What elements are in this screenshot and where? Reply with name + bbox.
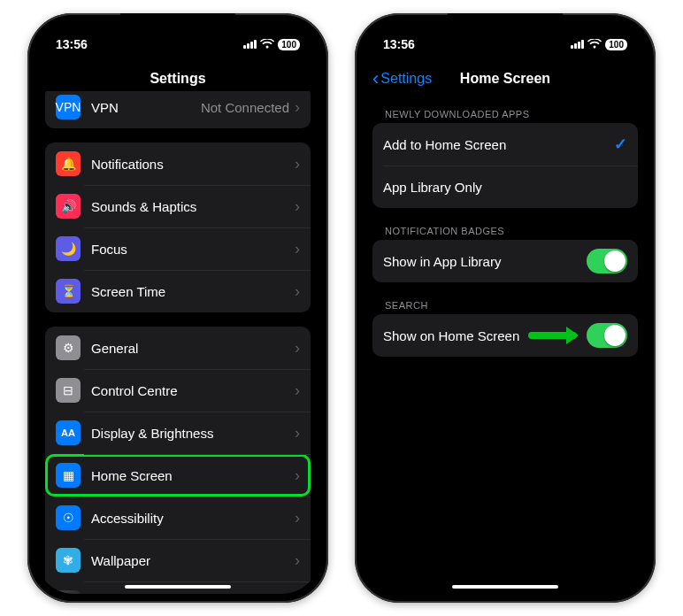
grid-icon: ▦ xyxy=(56,463,81,488)
chevron-left-icon: ‹ xyxy=(372,69,379,89)
row-vpn[interactable]: VPN VPN Not Connected › xyxy=(45,91,311,128)
textsize-icon: AA xyxy=(56,420,81,445)
row-show-on-homescreen: Show on Home Screen xyxy=(372,314,638,357)
row-notifications[interactable]: 🔔 Notifications › xyxy=(45,142,311,185)
chevron-right-icon: › xyxy=(295,98,300,117)
checkmark-icon: ✓ xyxy=(614,135,627,154)
section-header: Search xyxy=(372,296,638,314)
page-title: Home Screen xyxy=(460,71,550,87)
wifi-icon xyxy=(260,39,274,50)
wifi-icon xyxy=(587,39,602,50)
gear-icon: ⚙︎ xyxy=(56,335,81,360)
row-general[interactable]: ⚙︎ General › xyxy=(45,327,311,369)
row-accessibility-label: Accessibility xyxy=(91,511,295,526)
row-wallpaper-label: Wallpaper xyxy=(91,553,295,568)
row-vpn-detail: Not Connected xyxy=(201,100,289,115)
chevron-right-icon: › xyxy=(295,155,300,173)
cellular-icon xyxy=(243,40,257,49)
switches-icon: ⊟ xyxy=(56,378,81,403)
annotation-arrow-icon xyxy=(528,332,577,339)
row-control-label: Control Centre xyxy=(91,383,295,398)
chevron-right-icon: › xyxy=(295,551,300,570)
row-show-in-library: Show in App Library xyxy=(372,240,638,282)
cellular-icon xyxy=(571,40,584,49)
status-time: 13:56 xyxy=(56,37,88,51)
accessibility-icon: ☉ xyxy=(56,505,81,530)
row-notifications-label: Notifications xyxy=(91,157,295,172)
page-title: Settings xyxy=(150,71,205,87)
home-indicator[interactable] xyxy=(452,585,558,589)
option-app-library-label: App Library Only xyxy=(383,180,627,195)
chevron-right-icon: › xyxy=(295,509,300,527)
row-display[interactable]: AA Display & Brightness › xyxy=(45,412,311,454)
speaker-icon: 🔊 xyxy=(56,194,81,219)
chevron-right-icon: › xyxy=(295,424,300,443)
row-show-in-library-label: Show in App Library xyxy=(383,254,587,269)
chevron-right-icon: › xyxy=(295,381,300,400)
back-label: Settings xyxy=(380,71,432,87)
siri-icon: ◉ xyxy=(56,590,81,594)
hourglass-icon: ⏳ xyxy=(56,279,81,304)
row-sounds-label: Sounds & Haptics xyxy=(91,199,295,214)
option-add-homescreen[interactable]: Add to Home Screen ✓ xyxy=(372,123,638,166)
option-add-homescreen-label: Add to Home Screen xyxy=(383,137,614,152)
row-homescreen-label: Home Screen xyxy=(91,468,295,483)
row-homescreen[interactable]: ▦ Home Screen › xyxy=(45,454,311,497)
battery-icon: 100 xyxy=(278,39,300,50)
status-bar: 13:56 100 xyxy=(36,22,319,61)
status-time: 13:56 xyxy=(383,37,415,51)
chevron-right-icon: › xyxy=(295,197,300,216)
row-vpn-label: VPN xyxy=(91,100,201,115)
phone-homescreen-settings: 13:56 100 ‹ Settings Home Screen Newly D… xyxy=(355,13,656,603)
row-sounds[interactable]: 🔊 Sounds & Haptics › xyxy=(45,185,311,227)
phone-settings: 13:56 100 Settings VPN VPN Not Connected… xyxy=(27,13,328,603)
chevron-right-icon: › xyxy=(295,466,300,485)
row-accessibility[interactable]: ☉ Accessibility › xyxy=(45,497,311,539)
section-header: Newly Downloaded Apps xyxy=(372,105,638,123)
section-header: Notification Badges xyxy=(372,222,638,240)
vpn-icon: VPN xyxy=(56,95,81,119)
row-general-label: General xyxy=(91,341,295,356)
moon-icon: 🌙 xyxy=(56,236,81,261)
chevron-right-icon: › xyxy=(295,240,300,258)
back-button[interactable]: ‹ Settings xyxy=(372,69,432,89)
row-display-label: Display & Brightness xyxy=(91,426,295,441)
chevron-right-icon: › xyxy=(295,339,300,358)
row-focus[interactable]: 🌙 Focus › xyxy=(45,227,311,270)
row-wallpaper[interactable]: ✾ Wallpaper › xyxy=(45,539,311,581)
option-app-library[interactable]: App Library Only xyxy=(372,166,638,208)
flower-icon: ✾ xyxy=(56,548,81,573)
battery-icon: 100 xyxy=(605,39,627,50)
row-focus-label: Focus xyxy=(91,242,295,257)
row-screentime[interactable]: ⏳ Screen Time › xyxy=(45,270,311,312)
chevron-right-icon: › xyxy=(295,282,300,301)
toggle-show-in-library[interactable] xyxy=(587,249,627,273)
row-control[interactable]: ⊟ Control Centre › xyxy=(45,369,311,412)
bell-icon: 🔔 xyxy=(56,151,81,176)
home-indicator[interactable] xyxy=(125,585,231,589)
toggle-show-on-homescreen[interactable] xyxy=(587,323,627,348)
status-bar: 13:56 100 xyxy=(364,22,647,61)
row-screentime-label: Screen Time xyxy=(91,284,295,299)
chevron-right-icon: › xyxy=(295,594,300,595)
